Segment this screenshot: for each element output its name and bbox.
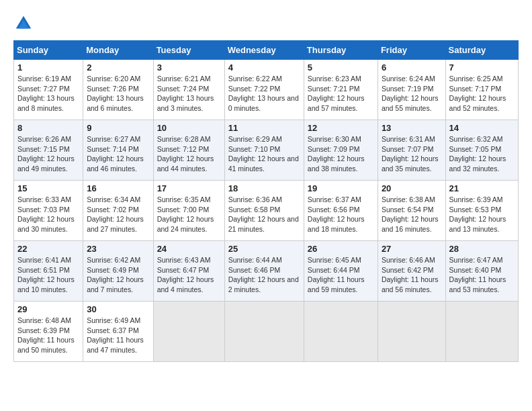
- day-number: 25: [228, 244, 300, 254]
- day-cell: 26 Sunrise: 6:45 AM Sunset: 6:44 PM Dayl…: [304, 241, 378, 302]
- day-cell: 8 Sunrise: 6:26 AM Sunset: 7:15 PM Dayli…: [14, 120, 83, 181]
- day-info: Sunrise: 6:31 AM Sunset: 7:07 PM Dayligh…: [382, 134, 442, 174]
- day-info: Sunrise: 6:21 AM Sunset: 7:24 PM Dayligh…: [157, 74, 221, 113]
- day-number: 4: [228, 62, 300, 73]
- day-cell: 18 Sunrise: 6:36 AM Sunset: 6:58 PM Dayl…: [224, 181, 304, 241]
- week-row-4: 22 Sunrise: 6:41 AM Sunset: 6:51 PM Dayl…: [14, 241, 519, 302]
- day-number: 22: [17, 244, 79, 254]
- day-number: 12: [308, 123, 374, 133]
- day-cell: 20 Sunrise: 6:38 AM Sunset: 6:54 PM Dayl…: [378, 181, 445, 241]
- day-cell: 5 Sunrise: 6:23 AM Sunset: 7:21 PM Dayli…: [304, 60, 378, 120]
- day-number: 3: [157, 62, 221, 73]
- day-cell: [378, 302, 445, 362]
- day-cell: 2 Sunrise: 6:20 AM Sunset: 7:26 PM Dayli…: [83, 60, 153, 120]
- day-number: 29: [17, 304, 79, 314]
- calendar-table: SundayMondayTuesdayWednesdayThursdayFrid…: [13, 40, 519, 362]
- header-cell-thursday: Thursday: [304, 41, 378, 60]
- header-row: SundayMondayTuesdayWednesdayThursdayFrid…: [14, 41, 519, 60]
- day-cell: 23 Sunrise: 6:42 AM Sunset: 6:49 PM Dayl…: [83, 241, 153, 302]
- day-cell: 17 Sunrise: 6:35 AM Sunset: 7:00 PM Dayl…: [153, 181, 224, 241]
- day-info: Sunrise: 6:41 AM Sunset: 6:51 PM Dayligh…: [17, 255, 79, 295]
- day-cell: 24 Sunrise: 6:43 AM Sunset: 6:47 PM Dayl…: [153, 241, 224, 302]
- day-cell: 12 Sunrise: 6:30 AM Sunset: 7:09 PM Dayl…: [304, 120, 378, 181]
- day-info: Sunrise: 6:26 AM Sunset: 7:15 PM Dayligh…: [17, 134, 79, 174]
- day-number: 9: [87, 123, 149, 133]
- day-info: Sunrise: 6:20 AM Sunset: 7:26 PM Dayligh…: [87, 74, 149, 113]
- header-cell-sunday: Sunday: [14, 41, 83, 60]
- day-cell: 14 Sunrise: 6:32 AM Sunset: 7:05 PM Dayl…: [445, 120, 518, 181]
- day-cell: 4 Sunrise: 6:22 AM Sunset: 7:22 PM Dayli…: [224, 60, 304, 120]
- day-info: Sunrise: 6:28 AM Sunset: 7:12 PM Dayligh…: [157, 134, 221, 174]
- day-cell: [445, 302, 518, 362]
- day-number: 13: [382, 123, 442, 133]
- day-number: 24: [157, 244, 221, 254]
- day-number: 2: [87, 62, 149, 73]
- day-cell: 25 Sunrise: 6:44 AM Sunset: 6:46 PM Dayl…: [224, 241, 304, 302]
- day-info: Sunrise: 6:35 AM Sunset: 7:00 PM Dayligh…: [157, 195, 221, 234]
- day-number: 30: [87, 304, 149, 314]
- day-number: 17: [157, 183, 221, 193]
- day-info: Sunrise: 6:33 AM Sunset: 7:03 PM Dayligh…: [17, 195, 79, 234]
- day-number: 21: [449, 183, 515, 193]
- day-info: Sunrise: 6:23 AM Sunset: 7:21 PM Dayligh…: [308, 74, 374, 113]
- day-info: Sunrise: 6:25 AM Sunset: 7:17 PM Dayligh…: [449, 74, 515, 113]
- day-info: Sunrise: 6:27 AM Sunset: 7:14 PM Dayligh…: [87, 134, 149, 174]
- day-info: Sunrise: 6:24 AM Sunset: 7:19 PM Dayligh…: [382, 74, 442, 113]
- day-number: 8: [17, 123, 79, 133]
- day-info: Sunrise: 6:44 AM Sunset: 6:46 PM Dayligh…: [228, 255, 300, 295]
- day-cell: 28 Sunrise: 6:47 AM Sunset: 6:40 PM Dayl…: [445, 241, 518, 302]
- day-cell: 7 Sunrise: 6:25 AM Sunset: 7:17 PM Dayli…: [445, 60, 518, 120]
- day-cell: 10 Sunrise: 6:28 AM Sunset: 7:12 PM Dayl…: [153, 120, 224, 181]
- day-info: Sunrise: 6:48 AM Sunset: 6:39 PM Dayligh…: [17, 316, 79, 355]
- day-cell: [153, 302, 224, 362]
- header-cell-wednesday: Wednesday: [224, 41, 304, 60]
- day-info: Sunrise: 6:30 AM Sunset: 7:09 PM Dayligh…: [308, 134, 374, 174]
- day-number: 26: [308, 244, 374, 254]
- week-row-5: 29 Sunrise: 6:48 AM Sunset: 6:39 PM Dayl…: [14, 302, 519, 362]
- day-info: Sunrise: 6:39 AM Sunset: 6:53 PM Dayligh…: [449, 195, 515, 234]
- page-header: [13, 13, 519, 34]
- day-info: Sunrise: 6:47 AM Sunset: 6:40 PM Dayligh…: [449, 255, 515, 295]
- day-number: 7: [449, 62, 515, 73]
- day-number: 18: [228, 183, 300, 193]
- day-number: 11: [228, 123, 300, 133]
- week-row-1: 1 Sunrise: 6:19 AM Sunset: 7:27 PM Dayli…: [14, 60, 519, 120]
- day-cell: [224, 302, 304, 362]
- day-info: Sunrise: 6:32 AM Sunset: 7:05 PM Dayligh…: [449, 134, 515, 174]
- day-number: 20: [382, 183, 442, 193]
- day-cell: 13 Sunrise: 6:31 AM Sunset: 7:07 PM Dayl…: [378, 120, 445, 181]
- header-cell-saturday: Saturday: [445, 41, 518, 60]
- day-info: Sunrise: 6:43 AM Sunset: 6:47 PM Dayligh…: [157, 255, 221, 295]
- day-cell: 21 Sunrise: 6:39 AM Sunset: 6:53 PM Dayl…: [445, 181, 518, 241]
- day-info: Sunrise: 6:42 AM Sunset: 6:49 PM Dayligh…: [87, 255, 149, 295]
- day-number: 16: [87, 183, 149, 193]
- day-cell: 9 Sunrise: 6:27 AM Sunset: 7:14 PM Dayli…: [83, 120, 153, 181]
- header-cell-friday: Friday: [378, 41, 445, 60]
- logo-icon: [13, 13, 34, 34]
- day-number: 19: [308, 183, 374, 193]
- header-cell-monday: Monday: [83, 41, 153, 60]
- day-cell: 30 Sunrise: 6:49 AM Sunset: 6:37 PM Dayl…: [83, 302, 153, 362]
- day-cell: 22 Sunrise: 6:41 AM Sunset: 6:51 PM Dayl…: [14, 241, 83, 302]
- day-number: 14: [449, 123, 515, 133]
- calendar-body: 1 Sunrise: 6:19 AM Sunset: 7:27 PM Dayli…: [14, 60, 519, 362]
- calendar-header: SundayMondayTuesdayWednesdayThursdayFrid…: [14, 41, 519, 60]
- day-info: Sunrise: 6:34 AM Sunset: 7:02 PM Dayligh…: [87, 195, 149, 234]
- day-info: Sunrise: 6:22 AM Sunset: 7:22 PM Dayligh…: [228, 74, 300, 113]
- day-number: 27: [382, 244, 442, 254]
- day-info: Sunrise: 6:29 AM Sunset: 7:10 PM Dayligh…: [228, 134, 300, 174]
- day-cell: 16 Sunrise: 6:34 AM Sunset: 7:02 PM Dayl…: [83, 181, 153, 241]
- day-info: Sunrise: 6:46 AM Sunset: 6:42 PM Dayligh…: [382, 255, 442, 295]
- day-number: 23: [87, 244, 149, 254]
- day-number: 5: [308, 62, 374, 73]
- day-cell: 29 Sunrise: 6:48 AM Sunset: 6:39 PM Dayl…: [14, 302, 83, 362]
- day-number: 28: [449, 244, 515, 254]
- day-cell: 27 Sunrise: 6:46 AM Sunset: 6:42 PM Dayl…: [378, 241, 445, 302]
- week-row-2: 8 Sunrise: 6:26 AM Sunset: 7:15 PM Dayli…: [14, 120, 519, 181]
- day-cell: 19 Sunrise: 6:37 AM Sunset: 6:56 PM Dayl…: [304, 181, 378, 241]
- day-cell: 3 Sunrise: 6:21 AM Sunset: 7:24 PM Dayli…: [153, 60, 224, 120]
- day-cell: [304, 302, 378, 362]
- week-row-3: 15 Sunrise: 6:33 AM Sunset: 7:03 PM Dayl…: [14, 181, 519, 241]
- day-number: 1: [17, 62, 79, 73]
- day-info: Sunrise: 6:49 AM Sunset: 6:37 PM Dayligh…: [87, 316, 149, 355]
